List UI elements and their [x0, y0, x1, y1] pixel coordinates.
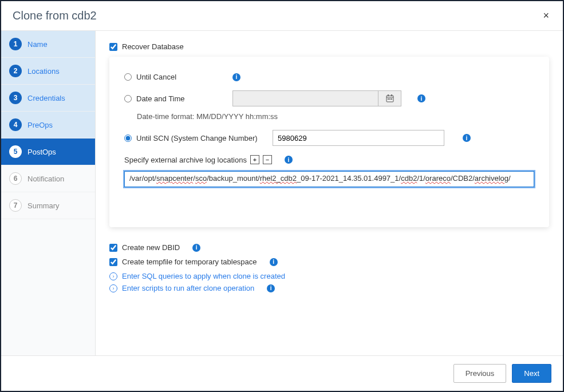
archive-log-path-input[interactable]: /var/opt/snapcenter/sco/backup_mount/rhe… [124, 171, 534, 187]
info-icon[interactable]: i [417, 94, 425, 102]
postops-content: Recover Database Until Cancel i Date and… [96, 31, 563, 355]
step-badge: 2 [9, 65, 22, 77]
step-badge: 4 [9, 118, 22, 131]
chevron-right-icon: › [109, 272, 117, 280]
step-label: Notification [27, 175, 64, 183]
wizard-steps: 1 Name 2 Locations 3 Credentials 4 PreOp… [1, 31, 96, 355]
step-badge: 1 [9, 38, 22, 50]
info-icon[interactable]: i [232, 73, 240, 81]
step-notification[interactable]: 6 Notification [1, 165, 95, 192]
tempfile-label: Create tempfile for temporary tablespace [122, 258, 257, 266]
step-label: Summary [27, 201, 60, 210]
scn-input[interactable] [273, 130, 444, 146]
clone-wizard-modal: Clone from cdb2 × 1 Name 2 Locations 3 C… [0, 0, 564, 392]
calendar-icon [386, 94, 394, 102]
until-scn-label: Until SCN (System Change Number) [136, 134, 268, 142]
scripts-link[interactable]: › Enter scripts to run after clone opera… [109, 284, 549, 292]
recover-options-card: Until Cancel i Date and Time i Date [109, 57, 549, 227]
calendar-button[interactable] [378, 90, 401, 106]
modal-header: Clone from cdb2 × [1, 1, 563, 31]
archive-log-label: Specify external archive log locations [124, 156, 247, 164]
new-dbid-row: Create new DBID i [109, 243, 549, 252]
tempfile-row: Create tempfile for temporary tablespace… [109, 258, 549, 266]
archive-log-label-row: Specify external archive log locations +… [124, 155, 534, 164]
new-dbid-checkbox[interactable] [109, 244, 117, 252]
recover-database-label: Recover Database [122, 42, 184, 51]
until-cancel-row: Until Cancel i [124, 73, 534, 81]
modal-footer: Previous Next [1, 355, 563, 391]
recover-database-row: Recover Database [109, 42, 549, 51]
step-label: Credentials [27, 94, 65, 102]
svg-rect-5 [389, 98, 391, 100]
sql-queries-link[interactable]: › Enter SQL queries to apply when clone … [109, 272, 549, 280]
add-location-button[interactable]: + [250, 155, 259, 164]
step-postops[interactable]: 5 PostOps [1, 138, 95, 165]
modal-title: Clone from cdb2 [13, 9, 97, 22]
info-icon[interactable]: i [192, 244, 200, 252]
datetime-group [232, 90, 401, 106]
info-icon[interactable]: i [267, 284, 275, 292]
step-credentials[interactable]: 3 Credentials [1, 85, 95, 112]
step-summary[interactable]: 7 Summary [1, 192, 95, 219]
modal-body: 1 Name 2 Locations 3 Credentials 4 PreOp… [1, 31, 563, 355]
datetime-row: Date and Time i [124, 90, 534, 106]
new-dbid-label: Create new DBID [122, 243, 180, 252]
next-button[interactable]: Next [512, 364, 551, 383]
svg-rect-4 [388, 98, 389, 100]
until-cancel-label: Until Cancel [136, 73, 228, 81]
previous-button[interactable]: Previous [453, 364, 507, 383]
step-name[interactable]: 1 Name [1, 31, 95, 58]
step-label: PreOps [27, 121, 53, 129]
until-cancel-radio[interactable] [124, 73, 132, 81]
scripts-label: Enter scripts to run after clone operati… [122, 284, 254, 292]
info-icon[interactable]: i [285, 156, 293, 164]
datetime-label: Date and Time [136, 94, 228, 103]
datetime-radio[interactable] [124, 95, 132, 102]
info-icon[interactable]: i [463, 134, 471, 142]
info-icon[interactable]: i [270, 258, 278, 266]
remove-location-button[interactable]: − [263, 155, 272, 164]
svg-rect-6 [391, 98, 392, 100]
datetime-format-hint: Date-time format: MM/DD/YYYY hh:mm:ss [137, 112, 534, 121]
step-badge: 3 [9, 92, 22, 104]
step-locations[interactable]: 2 Locations [1, 58, 95, 85]
step-preops[interactable]: 4 PreOps [1, 112, 95, 138]
until-scn-row: Until SCN (System Change Number) i [124, 130, 534, 146]
step-badge: 7 [9, 199, 22, 212]
until-scn-radio[interactable] [124, 134, 132, 142]
step-label: Name [27, 40, 48, 49]
step-badge: 6 [9, 172, 22, 185]
tempfile-checkbox[interactable] [109, 258, 117, 266]
recover-database-checkbox[interactable] [109, 43, 117, 51]
chevron-right-icon: › [109, 284, 117, 292]
sql-queries-label: Enter SQL queries to apply when clone is… [122, 272, 285, 280]
close-button[interactable]: × [541, 10, 551, 22]
datetime-input[interactable] [232, 90, 378, 106]
step-badge: 5 [9, 145, 22, 158]
step-label: PostOps [27, 148, 56, 156]
step-label: Locations [27, 67, 60, 76]
